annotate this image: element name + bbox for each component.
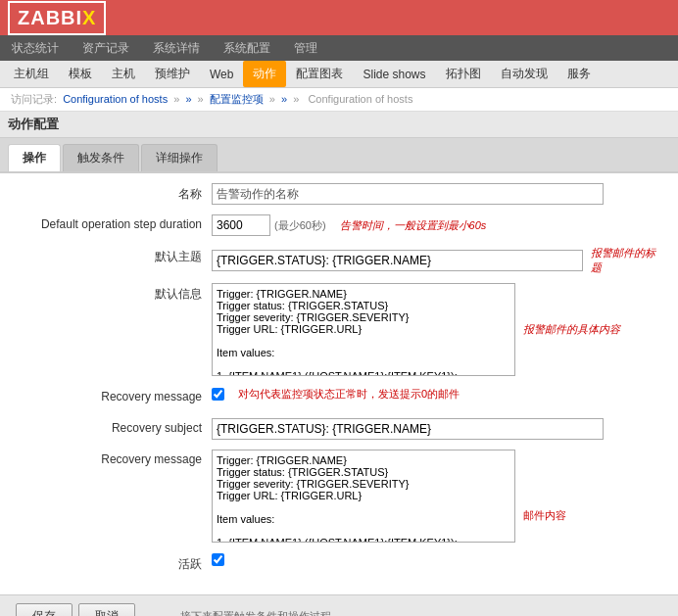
recovery-message-field: 对勾代表监控项状态正常时，发送提示0的邮件 [212,387,662,402]
default-subject-label: 默认主题 [16,246,212,265]
sub-nav-chart[interactable]: 配置图表 [286,61,353,87]
breadcrumb-link-4[interactable]: » [281,93,287,105]
active-label: 活跃 [16,553,212,573]
breadcrumb-link-1[interactable]: Configuration of hosts [63,93,168,105]
recovery-subject-label: Recovery subject [16,418,212,435]
step-duration-field: (最少60秒) 告警时间，一般设置到最小60s [212,214,662,236]
recovery-msg-label: Recovery message [16,450,212,466]
recovery-msg-row: Recovery message Trigger: {TRIGGER.NAME}… [16,450,662,545]
recovery-msg-note: 邮件内容 [523,508,566,523]
name-row: 名称 [16,183,662,207]
sub-nav-discovery[interactable]: 自动发现 [491,61,557,87]
active-field [212,553,662,569]
breadcrumb-sep-4: » [293,93,302,105]
sub-nav-hostgroup[interactable]: 主机组 [4,61,59,87]
top-nav: 状态统计 资产记录 系统详情 系统配置 管理 [0,35,678,61]
sub-nav-slideshow[interactable]: Slide shows [353,61,435,87]
name-field [212,183,662,205]
recovery-message-textarea[interactable]: Trigger: {TRIGGER.NAME} Trigger status: … [212,450,515,543]
sub-nav-service[interactable]: 服务 [557,61,601,87]
default-message-label: 默认信息 [16,283,212,303]
tab-bar: 操作 触发条件 详细操作 [0,138,678,173]
default-message-field: Trigger: {TRIGGER.NAME} Trigger status: … [212,283,662,379]
breadcrumb-link-2[interactable]: » [185,93,191,105]
tab-trigger-condition[interactable]: 触发条件 [63,144,139,171]
default-message-note: 报警邮件的具体内容 [523,322,620,337]
active-row: 活跃 [16,553,662,577]
active-checkbox[interactable] [212,553,224,566]
action-note: 接下来配置触发条件和操作过程 [180,609,331,616]
default-message-row: 默认信息 Trigger: {TRIGGER.NAME} Trigger sta… [16,283,662,379]
sub-nav-template[interactable]: 模板 [59,61,102,87]
name-label: 名称 [16,183,212,203]
default-message-textarea[interactable]: Trigger: {TRIGGER.NAME} Trigger status: … [212,283,515,376]
step-duration-row: Default operation step duration (最少60秒) … [16,214,662,238]
top-nav-assets[interactable]: 资产记录 [71,35,141,61]
cancel-button[interactable]: 取消 [78,603,135,616]
default-subject-input[interactable] [212,250,583,271]
recovery-subject-input[interactable] [212,418,604,440]
top-nav-statistics[interactable]: 状态统计 [0,35,71,61]
step-duration-label: Default operation step duration [16,214,212,231]
action-bar: 保存 取消 接下来配置触发条件和操作过程 [0,594,678,616]
sub-nav: 主机组 模板 主机 预维护 Web 动作 配置图表 Slide shows 拓扑… [0,61,678,88]
top-nav-admin[interactable]: 管理 [282,35,329,61]
breadcrumb-prefix: 访问记录: [11,93,57,105]
breadcrumb-sep-1: » [173,93,182,105]
tab-detail[interactable]: 详细操作 [141,144,218,171]
recovery-msg-field: Trigger: {TRIGGER.NAME} Trigger status: … [212,450,662,545]
name-input[interactable] [212,183,604,205]
step-duration-min: (最少60秒) [274,218,326,233]
default-subject-row: 默认主题 报警邮件的标题 [16,246,662,275]
default-subject-field: 报警邮件的标题 [212,246,662,275]
content: 名称 Default operation step duration (最少60… [0,173,678,594]
recovery-message-note: 对勾代表监控项状态正常时，发送提示0的邮件 [238,387,460,402]
tab-operation[interactable]: 操作 [8,144,61,171]
breadcrumb-sep-3: » [269,93,278,105]
recovery-message-checkbox[interactable] [212,388,224,401]
sub-nav-action[interactable]: 动作 [243,61,286,87]
breadcrumb: 访问记录: Configuration of hosts » » » 配置监控项… [0,88,678,112]
recovery-message-row: Recovery message 对勾代表监控项状态正常时，发送提示0的邮件 [16,387,662,410]
step-duration-input[interactable] [212,214,270,236]
recovery-subject-row: Recovery subject [16,418,662,442]
breadcrumb-sep-2: » [198,93,207,105]
step-duration-note: 告警时间，一般设置到最小60s [340,218,487,233]
save-button[interactable]: 保存 [16,603,73,616]
logo: ZABBIX [8,1,106,35]
sub-nav-maintenance[interactable]: 预维护 [145,61,200,87]
sub-nav-web[interactable]: Web [200,61,243,87]
sub-nav-topology[interactable]: 拓扑图 [436,61,491,87]
page-title: 动作配置 [0,112,678,138]
recovery-subject-field [212,418,662,440]
top-nav-system-config[interactable]: 系统配置 [212,35,282,61]
breadcrumb-current: Configuration of hosts [308,93,412,105]
sub-nav-host[interactable]: 主机 [102,61,145,87]
header: ZABBIX [0,0,678,35]
default-subject-note: 报警邮件的标题 [591,246,662,275]
breadcrumb-link-3[interactable]: 配置监控项 [210,93,264,105]
top-nav-system-detail[interactable]: 系统详情 [141,35,212,61]
recovery-message-label: Recovery message [16,387,212,403]
